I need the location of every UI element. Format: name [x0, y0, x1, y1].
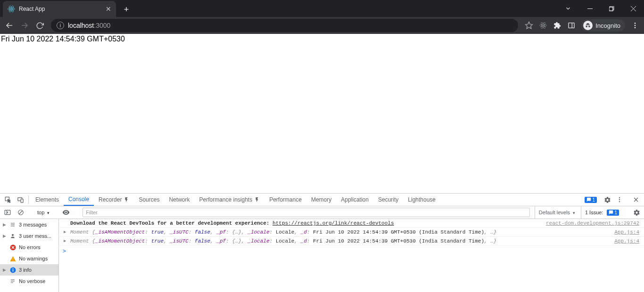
verbose-icon — [9, 278, 16, 284]
forward-button[interactable] — [18, 19, 31, 32]
svg-point-27 — [619, 201, 620, 202]
console-toolbar: top Filter Default levels 1 Issue: 1 — [0, 206, 644, 219]
svg-point-25 — [619, 197, 620, 198]
browser-tab[interactable]: React App ✕ — [3, 1, 116, 17]
warning-icon — [9, 256, 16, 262]
tab-sources[interactable]: Sources — [134, 194, 164, 206]
url-text: localhost:3000 — [68, 22, 110, 29]
clear-console-icon[interactable] — [15, 207, 26, 218]
browser-nav-bar: i localhost:3000 Incognito — [0, 17, 644, 34]
sidebar-item-verbose[interactable]: No verbose — [0, 276, 58, 287]
minimize-button[interactable] — [579, 1, 601, 16]
source-link[interactable]: App.js:4 — [614, 229, 639, 235]
extensions-icon[interactable] — [551, 19, 563, 32]
tab-network[interactable]: Network — [164, 194, 194, 206]
tab-console[interactable]: Console — [64, 194, 94, 206]
log-levels-selector[interactable]: Default levels — [535, 206, 579, 219]
devtools-tabs: Elements Console Recorder Sources Networ… — [0, 194, 644, 206]
svg-point-37 — [12, 234, 14, 236]
svg-point-42 — [12, 260, 13, 260]
sidebar-item-errors[interactable]: No errors — [0, 242, 58, 253]
incognito-label: Incognito — [595, 22, 620, 29]
svg-rect-24 — [21, 199, 23, 203]
site-info-icon[interactable]: i — [57, 22, 64, 29]
tab-elements[interactable]: Elements — [31, 194, 64, 206]
sidebar-item-info[interactable]: ▶3 info — [0, 264, 58, 276]
window-controls — [557, 0, 644, 17]
console-sidebar: ▶3 messages ▶3 user mess... No errors No… — [0, 219, 59, 292]
devtools-panel: Elements Console Recorder Sources Networ… — [0, 193, 644, 292]
back-button[interactable] — [3, 19, 16, 32]
svg-line-33 — [19, 211, 23, 214]
live-expression-icon[interactable] — [60, 207, 72, 218]
source-link[interactable]: App.js:4 — [614, 238, 639, 244]
kebab-menu-icon[interactable] — [629, 19, 641, 32]
new-tab-button[interactable]: + — [120, 3, 133, 16]
console-prompt[interactable]: > — [59, 246, 644, 256]
incognito-badge[interactable]: Incognito — [581, 19, 625, 32]
filter-input[interactable]: Filter — [83, 208, 530, 217]
svg-point-16 — [543, 25, 544, 26]
address-bar[interactable]: i localhost:3000 — [51, 19, 518, 32]
tab-security[interactable]: Security — [373, 194, 403, 206]
react-devtools-link[interactable]: https://reactjs.org/link/react-devtools — [272, 220, 394, 226]
sidebar-item-user-messages[interactable]: ▶3 user mess... — [0, 230, 58, 242]
page-timestamp-text: Fri Jun 10 2022 14:54:39 GMT+0530 — [1, 35, 125, 43]
source-link[interactable]: react-dom.development.js:29742 — [546, 220, 639, 226]
svg-point-26 — [619, 199, 620, 200]
svg-point-21 — [635, 27, 636, 28]
error-icon — [9, 244, 16, 251]
browser-title-bar: React App ✕ + — [0, 0, 644, 17]
maximize-button[interactable] — [601, 1, 622, 16]
console-settings-icon[interactable] — [631, 207, 642, 218]
issue-chip[interactable]: 1 — [585, 197, 597, 203]
svg-marker-12 — [526, 22, 533, 29]
list-icon — [9, 222, 16, 227]
console-output: Download the React DevTools for a better… — [59, 219, 644, 292]
svg-rect-6 — [609, 7, 613, 11]
devtools-kebab-icon[interactable] — [613, 196, 626, 203]
context-selector[interactable]: top — [34, 210, 52, 215]
tab-lighthouse[interactable]: Lighthouse — [403, 194, 440, 206]
device-toolbar-icon[interactable] — [14, 194, 26, 206]
user-icon — [9, 233, 16, 239]
console-row-moment-1[interactable]: ▶ Moment {_isAMomentObject: true, _isUTC… — [59, 228, 644, 237]
page-content: Fri Jun 10 2022 14:54:39 GMT+0530 — [0, 34, 644, 193]
svg-rect-17 — [569, 23, 574, 28]
issues-button[interactable]: 1 Issue: 1 — [581, 206, 623, 219]
console-row-moment-2[interactable]: ▶ Moment {_isAMomentObject: true, _isUTC… — [59, 237, 644, 246]
info-icon — [9, 267, 16, 273]
sidebar-item-messages[interactable]: ▶3 messages — [0, 219, 58, 230]
tab-memory[interactable]: Memory — [306, 194, 336, 206]
expand-arrow-icon[interactable]: ▶ — [64, 238, 68, 243]
svg-point-44 — [12, 268, 13, 269]
expand-arrow-icon[interactable]: ▶ — [64, 229, 68, 235]
incognito-icon — [583, 21, 593, 30]
devtools-settings-icon[interactable] — [601, 196, 613, 203]
svg-point-20 — [635, 25, 636, 26]
react-devtools-extension-icon[interactable] — [537, 19, 549, 32]
tab-search-icon[interactable] — [557, 1, 579, 16]
tab-performance[interactable]: Performance — [264, 194, 306, 206]
side-panel-icon[interactable] — [565, 19, 578, 32]
tab-title: React App — [19, 6, 45, 12]
console-row-devtools-msg[interactable]: Download the React DevTools for a better… — [59, 219, 644, 228]
svg-rect-45 — [12, 269, 13, 271]
devtools-close-icon[interactable] — [630, 197, 642, 203]
reload-button[interactable] — [33, 19, 46, 32]
react-favicon — [8, 5, 15, 13]
svg-point-19 — [635, 23, 636, 24]
tab-performance-insights[interactable]: Performance insights — [194, 194, 264, 206]
close-window-button[interactable] — [622, 1, 644, 16]
inspect-element-icon[interactable] — [2, 194, 14, 206]
tab-application[interactable]: Application — [336, 194, 373, 206]
sidebar-item-warnings[interactable]: No warnings — [0, 253, 58, 264]
tab-recorder[interactable]: Recorder — [94, 194, 134, 206]
toggle-sidebar-icon[interactable] — [2, 207, 13, 218]
close-tab-icon[interactable]: ✕ — [106, 5, 111, 13]
svg-point-3 — [11, 8, 12, 10]
bookmark-star-icon[interactable] — [523, 19, 535, 32]
devtools-body: ▶3 messages ▶3 user mess... No errors No… — [0, 219, 644, 292]
